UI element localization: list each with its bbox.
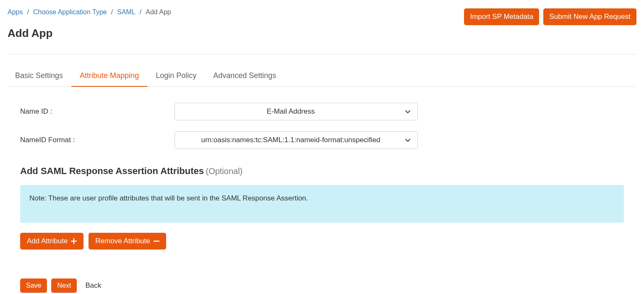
breadcrumb-separator: / xyxy=(27,8,29,16)
tab-login-policy[interactable]: Login Policy xyxy=(147,67,205,87)
plus-icon xyxy=(71,238,77,244)
section-title: Add SAML Response Assertion Attributes xyxy=(20,166,204,176)
note-box: Note: These are user profile attributes … xyxy=(20,185,624,223)
submit-new-app-request-button[interactable]: Submit New App Request xyxy=(543,8,636,25)
page-title: Add App xyxy=(8,27,171,40)
nameid-format-select-wrap: urn:oasis:names:tc:SAML:1.1:nameid-forma… xyxy=(175,131,418,149)
breadcrumb-saml[interactable]: SAML xyxy=(117,8,136,16)
section-title-row: Add SAML Response Assertion Attributes (… xyxy=(20,166,624,177)
add-attribute-button[interactable]: Add Attribute xyxy=(20,233,83,250)
form-area: Name ID : E-Mail Address NameID Format :… xyxy=(8,103,636,293)
footer-actions: Save Next Back xyxy=(20,278,624,293)
add-attribute-label: Add Attribute xyxy=(27,237,68,245)
remove-attribute-button[interactable]: Remove Attribute xyxy=(89,233,166,250)
attribute-action-buttons: Add Attribute Remove Attribute xyxy=(20,233,624,250)
nameid-format-label: NameID Format : xyxy=(20,136,175,144)
note-text: Note: These are user profile attributes … xyxy=(29,194,308,202)
remove-attribute-label: Remove Attribute xyxy=(95,237,150,245)
name-id-select[interactable]: E-Mail Address xyxy=(175,103,418,120)
breadcrumb-separator: / xyxy=(111,8,113,16)
nameid-format-row: NameID Format : urn:oasis:names:tc:SAML:… xyxy=(20,131,624,149)
breadcrumb-choose-application-type[interactable]: Choose Application Type xyxy=(33,8,107,16)
name-id-label: Name ID : xyxy=(20,107,175,116)
save-button[interactable]: Save xyxy=(20,278,47,293)
header-area: Apps / Choose Application Type / SAML / … xyxy=(8,8,636,55)
section-optional: (Optional) xyxy=(206,167,242,176)
header-left: Apps / Choose Application Type / SAML / … xyxy=(8,8,171,40)
nameid-format-select[interactable]: urn:oasis:names:tc:SAML:1.1:nameid-forma… xyxy=(175,131,418,149)
breadcrumb-add-app: Add App xyxy=(146,8,171,16)
name-id-select-wrap: E-Mail Address xyxy=(175,103,418,120)
tab-basic-settings[interactable]: Basic Settings xyxy=(8,67,71,87)
tabs: Basic Settings Attribute Mapping Login P… xyxy=(8,67,636,87)
tab-attribute-mapping[interactable]: Attribute Mapping xyxy=(71,67,147,87)
minus-icon xyxy=(154,238,159,244)
name-id-row: Name ID : E-Mail Address xyxy=(20,103,624,120)
tab-advanced-settings[interactable]: Advanced Settings xyxy=(205,67,284,87)
breadcrumb: Apps / Choose Application Type / SAML / … xyxy=(8,8,171,16)
import-sp-metadata-button[interactable]: Import SP Metadata xyxy=(464,8,539,25)
back-button[interactable]: Back xyxy=(81,278,105,293)
breadcrumb-separator: / xyxy=(140,8,141,16)
breadcrumb-apps[interactable]: Apps xyxy=(8,8,23,16)
header-buttons: Import SP Metadata Submit New App Reques… xyxy=(464,8,636,25)
next-button[interactable]: Next xyxy=(51,278,77,293)
